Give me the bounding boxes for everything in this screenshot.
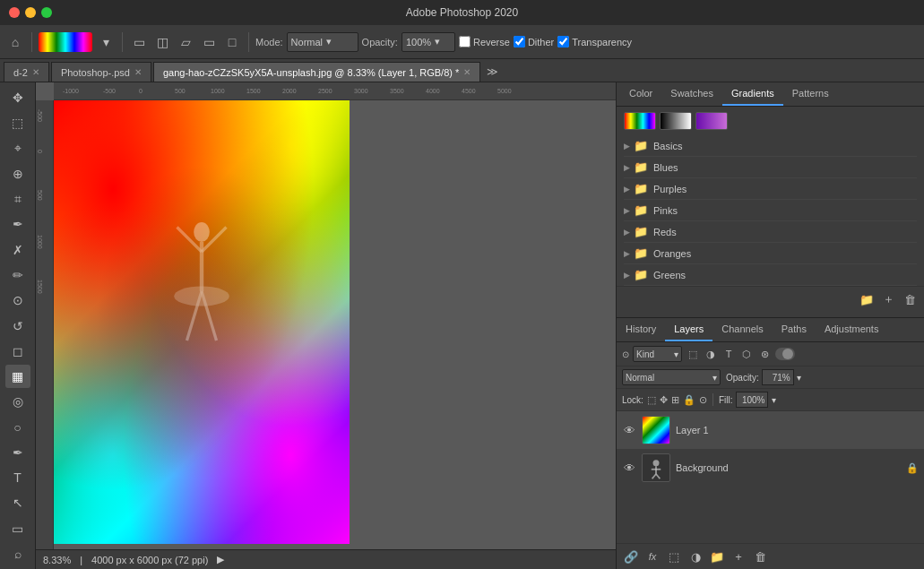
transparency-checkbox[interactable]: Transparency xyxy=(557,36,632,47)
reverse-input[interactable] xyxy=(459,36,471,47)
dodge-tool[interactable]: ○ xyxy=(5,415,30,438)
panel-add-icon[interactable]: ＋ xyxy=(879,290,897,308)
close-button[interactable] xyxy=(9,7,20,18)
eyedropper-tool[interactable]: ✒ xyxy=(5,212,30,236)
home-icon[interactable]: ⌂ xyxy=(5,32,25,52)
filter-adjust-icon[interactable]: ◑ xyxy=(704,347,718,361)
filter-pixel-icon[interactable]: ⬚ xyxy=(686,347,700,361)
panel-folder-icon[interactable]: 📁 xyxy=(858,290,876,308)
dither-checkbox[interactable]: Dither xyxy=(514,36,554,47)
tab-jpg-close-icon[interactable]: ✕ xyxy=(463,67,471,77)
tool4[interactable]: ▭ xyxy=(199,32,219,52)
fill-chevron-icon[interactable]: ▾ xyxy=(772,395,776,405)
tabs-row: d-2 ✕ Photoshop-.psd ✕ gang-hao-zCZzSK5y… xyxy=(0,59,924,82)
tool2[interactable]: ◫ xyxy=(152,32,172,52)
spot-heal-tool[interactable]: ✗ xyxy=(5,238,30,262)
expand-icon[interactable]: ▶ xyxy=(217,554,224,565)
mode-dropdown[interactable]: Normal ▾ xyxy=(287,32,358,52)
tab-psd-close-icon[interactable]: ✕ xyxy=(134,67,142,77)
lock-position-icon[interactable]: ✥ xyxy=(660,394,668,406)
gradient-preset-purple[interactable] xyxy=(695,112,728,130)
blend-mode-dropdown[interactable]: Normal ▾ xyxy=(622,369,721,385)
tab-jpg[interactable]: gang-hao-zCZzSK5yX5A-unsplash.jpg @ 8.33… xyxy=(153,62,480,82)
shape-tool[interactable]: ▭ xyxy=(5,517,30,540)
type-tool[interactable]: T xyxy=(5,466,30,489)
layers-filters: ⊙ Kind ▾ ⬚ ◑ T ⬡ ⊛ xyxy=(617,342,924,366)
clone-stamp-tool[interactable]: ⊙ xyxy=(5,289,30,312)
pen-tool[interactable]: ✒ xyxy=(5,441,30,464)
basics-folder-icon: 📁 xyxy=(634,139,648,152)
gradient-group-pinks[interactable]: ▶ 📁 Pinks xyxy=(624,200,917,221)
filter-toggle-icon[interactable] xyxy=(775,348,795,360)
gradient-group-purples[interactable]: ▶ 📁 Purples xyxy=(624,178,917,200)
gradient-group-greens[interactable]: ▶ 📁 Greens xyxy=(624,264,917,286)
folder-icon[interactable]: 📁 xyxy=(708,547,726,565)
dither-input[interactable] xyxy=(514,36,525,47)
fx-icon[interactable]: fx xyxy=(643,547,661,565)
tabs-overflow-icon[interactable]: ≫ xyxy=(482,62,502,82)
gradient-group-oranges[interactable]: ▶ 📁 Oranges xyxy=(624,243,917,264)
adjustment-icon[interactable]: ◑ xyxy=(687,547,704,565)
filter-shape-icon[interactable]: ⬡ xyxy=(739,347,754,361)
tool5[interactable]: □ xyxy=(222,32,242,52)
gradient-group-reds[interactable]: ▶ 📁 Reds xyxy=(624,221,917,243)
lasso-tool[interactable]: ⌖ xyxy=(5,137,30,160)
tab-psd[interactable]: Photoshop-.psd ✕ xyxy=(51,62,151,82)
square-tool[interactable]: ▭ xyxy=(129,32,149,52)
layer-row-background[interactable]: 👁 Background 🔒 xyxy=(617,449,924,487)
blur-tool[interactable]: ◎ xyxy=(5,390,30,413)
select-tool[interactable]: ⬚ xyxy=(5,111,30,134)
tab-swatches[interactable]: Swatches xyxy=(661,82,722,106)
gradient-preset-rainbow[interactable] xyxy=(624,112,656,130)
gradient-group-basics[interactable]: ▶ 📁 Basics xyxy=(624,135,917,157)
opacity-input[interactable] xyxy=(762,369,794,385)
tab-patterns[interactable]: Patterns xyxy=(783,82,838,106)
add-mask-icon[interactable]: ⬚ xyxy=(665,547,683,565)
reverse-checkbox[interactable]: Reverse xyxy=(459,36,510,47)
crop-tool[interactable]: ⌗ xyxy=(5,187,30,211)
fill-input[interactable] xyxy=(736,392,768,408)
opacity-dropdown[interactable]: 100% ▾ xyxy=(402,32,455,52)
panel-delete-icon[interactable]: 🗑 xyxy=(901,290,919,308)
maximize-button[interactable] xyxy=(41,7,52,18)
tool3[interactable]: ▱ xyxy=(176,32,195,52)
new-layer-icon[interactable]: + xyxy=(730,547,747,565)
transparency-input[interactable] xyxy=(557,36,569,47)
lock-all-icon[interactable]: 🔒 xyxy=(683,394,695,406)
gradient-tool[interactable]: ▦ xyxy=(5,365,30,388)
delete-layer-icon[interactable]: 🗑 xyxy=(751,547,769,565)
filter-effect-icon[interactable]: ⊛ xyxy=(757,347,772,361)
eraser-tool[interactable]: ◻ xyxy=(5,340,30,363)
lock-pixels-icon[interactable]: ⬚ xyxy=(647,394,656,406)
tab-color[interactable]: Color xyxy=(620,82,661,106)
zoom-tool[interactable]: ⌕ xyxy=(5,542,30,565)
tab-adjustments[interactable]: Adjustments xyxy=(816,318,888,341)
color-swatch[interactable] xyxy=(39,32,92,52)
background-visibility-icon[interactable]: 👁 xyxy=(622,461,636,475)
gradient-preset-bw[interactable] xyxy=(660,112,692,130)
tab-channels[interactable]: Channels xyxy=(712,318,772,341)
filter-type-icon[interactable]: T xyxy=(721,347,736,361)
tab-gradients[interactable]: Gradients xyxy=(722,82,783,106)
swatch-dropdown-icon[interactable]: ▾ xyxy=(96,32,116,52)
tab-paths[interactable]: Paths xyxy=(773,318,816,341)
link-icon[interactable]: 🔗 xyxy=(622,547,640,565)
tab-d2-close-icon[interactable]: ✕ xyxy=(32,67,39,77)
ruler-tick: 3500 xyxy=(390,88,404,94)
tab-layers[interactable]: Layers xyxy=(665,318,712,341)
path-select-tool[interactable]: ↖ xyxy=(5,491,30,514)
lock-artboard-icon[interactable]: ⊞ xyxy=(671,394,679,406)
lock-extra-icon[interactable]: ⊙ xyxy=(699,394,707,406)
tab-d2[interactable]: d-2 ✕ xyxy=(4,62,49,82)
history-brush-tool[interactable]: ↺ xyxy=(5,314,30,337)
brush-tool[interactable]: ✏ xyxy=(5,263,30,287)
minimize-button[interactable] xyxy=(25,7,36,18)
filter-kind-dropdown[interactable]: Kind ▾ xyxy=(633,346,682,362)
tab-history[interactable]: History xyxy=(617,318,665,341)
gradient-group-blues[interactable]: ▶ 📁 Blues xyxy=(624,157,917,178)
opacity-chevron-icon[interactable]: ▾ xyxy=(797,373,801,383)
layer1-visibility-icon[interactable]: 👁 xyxy=(622,424,636,437)
move-tool[interactable]: ✥ xyxy=(5,86,30,109)
layer-row-1[interactable]: 👁 Layer 1 xyxy=(617,411,924,449)
magic-wand-tool[interactable]: ⊕ xyxy=(5,162,30,185)
